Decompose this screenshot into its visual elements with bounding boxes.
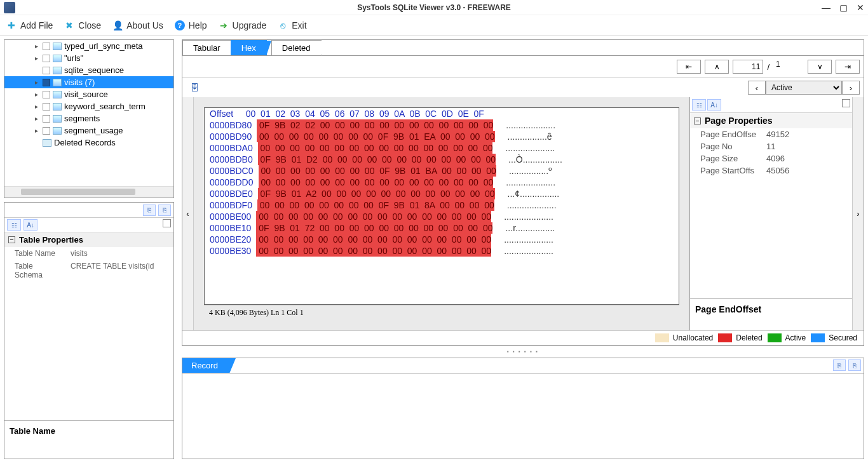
az-sort-button-2[interactable]: A↓	[707, 99, 721, 111]
hex-row[interactable]: 0000BD80 0F 9B 02 02 00 00 00 00 00 00 0…	[205, 119, 679, 131]
status-filter-select[interactable]: Active	[766, 81, 842, 95]
status-legend: UnallocatedDeletedActiveSecured	[182, 330, 864, 346]
hex-row[interactable]: 0000BE10 0F 9B 01 72 00 00 00 00 00 00 0…	[205, 222, 679, 234]
tree-item[interactable]: ▸segment_usage	[4, 124, 173, 137]
filter-next-button[interactable]: ›	[842, 81, 860, 95]
export-icon-2[interactable]: ⎘	[158, 205, 171, 216]
table-icon	[53, 103, 62, 111]
hex-ascii: ....................	[493, 177, 555, 188]
collapse-icon[interactable]	[8, 236, 15, 243]
checkbox[interactable]	[43, 115, 50, 123]
close-button[interactable]: ✖Close	[64, 20, 101, 30]
table-properties-header: Table Properties	[4, 232, 173, 247]
page-property-row[interactable]: Page EndOffse49152	[690, 128, 852, 140]
tree-item[interactable]: ▸typed_url_sync_meta	[4, 40, 173, 52]
export-icon[interactable]: ⎘	[143, 205, 156, 216]
tree-item[interactable]: ▸segments	[4, 112, 173, 124]
tree-item[interactable]: ▸visit_source	[4, 88, 173, 100]
collapse-icon-2[interactable]	[694, 117, 701, 124]
tree-item[interactable]: ▸visits (7)	[4, 76, 173, 88]
checkbox[interactable]	[43, 79, 50, 86]
checkbox[interactable]	[43, 67, 50, 74]
add-file-button[interactable]: ✚Add File	[6, 20, 53, 30]
hex-ascii: ....................	[491, 245, 553, 257]
hex-ascii: ....................	[493, 119, 555, 131]
minimize-button[interactable]: —	[822, 3, 831, 13]
expand-icon[interactable]: ▸	[32, 103, 40, 110]
page-total-label: 1	[773, 60, 804, 74]
tree-item[interactable]: Deleted Records	[4, 137, 173, 149]
hex-row[interactable]: 0000BE00 00 00 00 00 00 00 00 00 00 00 0…	[205, 211, 679, 222]
last-page-button[interactable]: ⇥	[836, 60, 860, 74]
tree-item-label: typed_url_sync_meta	[64, 41, 143, 51]
expand-icon[interactable]: ▸	[32, 55, 40, 62]
exit-button[interactable]: ⎋Exit	[278, 20, 306, 30]
hex-viewer[interactable]: Offset 00 01 02 03 04 05 06 07 08 09 0A …	[204, 107, 679, 305]
table-icon	[53, 55, 62, 62]
hex-status-bar: 4 KB (4,096 Bytes) Ln 1 Col 1	[204, 305, 679, 320]
expand-left-button[interactable]: ‹	[182, 97, 194, 330]
expand-icon[interactable]: ▸	[32, 115, 40, 122]
tree-item[interactable]: ▸"urls"	[4, 52, 173, 64]
tab-deleted[interactable]: Deleted	[271, 40, 322, 55]
maximize-button[interactable]: ▢	[839, 3, 848, 13]
tree-item[interactable]: ▸keyword_search_term	[4, 100, 173, 112]
checkbox[interactable]	[43, 91, 50, 98]
page-property-row[interactable]: Page StartOffs45056	[690, 164, 852, 177]
about-us-button[interactable]: 👤About Us	[112, 20, 163, 30]
page-property-row[interactable]: Page Size4096	[690, 152, 852, 164]
legend-item: Active	[768, 333, 806, 342]
hex-offset: 0000BDD0	[205, 177, 259, 188]
hex-row[interactable]: 0000BDC0 00 00 00 00 00 00 00 00 0F 9B 0…	[205, 165, 679, 177]
horizontal-splitter[interactable]: ▪ ▪ ▪ ▪ ▪ ▪	[182, 349, 864, 355]
expand-icon[interactable]: ▸	[32, 79, 40, 86]
tab-tabular[interactable]: Tabular	[182, 40, 231, 55]
table-property-row[interactable]: Table SchemaCREATE TABLE visits(id	[4, 260, 173, 281]
hex-row[interactable]: 0000BDE0 0F 9B 01 A2 00 00 00 00 00 00 0…	[205, 188, 679, 199]
property-value: 11	[766, 142, 852, 151]
checkbox[interactable]	[43, 43, 50, 50]
help-button[interactable]: ?Help	[175, 20, 207, 30]
hex-row[interactable]: 0000BD90 00 00 00 00 00 00 00 00 0F 9B 0…	[205, 131, 679, 142]
categorized-sort-button-2[interactable]: ☷	[692, 99, 706, 111]
tree-item[interactable]: sqlite_sequence	[4, 64, 173, 76]
table-icon	[53, 115, 62, 123]
tree-horizontal-scrollbar[interactable]	[4, 186, 173, 198]
hex-row[interactable]: 0000BDB0 0F 9B 01 D2 00 00 00 00 00 00 0…	[205, 154, 679, 165]
hex-bytes: 00 00 00 00 00 00 00 00 00 00 00 00 00 0…	[256, 234, 491, 245]
expand-icon[interactable]: ▸	[32, 43, 40, 50]
hex-row[interactable]: 0000BE30 00 00 00 00 00 00 00 00 00 00 0…	[205, 245, 679, 257]
categorized-sort-button[interactable]: ☷	[7, 219, 21, 231]
expand-toggle-icon-2[interactable]	[842, 99, 850, 107]
expand-icon[interactable]: ▸	[32, 127, 40, 134]
checkbox[interactable]	[43, 127, 50, 135]
table-property-row[interactable]: Table Namevisits	[4, 247, 173, 260]
close-window-button[interactable]: ✕	[857, 3, 864, 13]
az-sort-button[interactable]: A↓	[24, 219, 37, 231]
filter-prev-button[interactable]: ‹	[748, 81, 766, 95]
table-properties-description: Table Name	[4, 420, 173, 459]
page-property-row[interactable]: Page No11	[690, 140, 852, 152]
tree-item-label: "urls"	[64, 53, 83, 63]
upgrade-button[interactable]: ➔Upgrade	[219, 20, 267, 30]
tab-record[interactable]: Record	[182, 358, 229, 373]
expand-right-button[interactable]: ›	[852, 97, 864, 330]
tree-item-label: sqlite_sequence	[64, 65, 124, 75]
expand-icon[interactable]: ▸	[32, 91, 40, 98]
hex-row[interactable]: 0000BDA0 00 00 00 00 00 00 00 00 00 00 0…	[205, 142, 679, 154]
record-export-icon-2[interactable]: ⎘	[848, 359, 861, 371]
hex-row[interactable]: 0000BDF0 00 00 00 00 00 00 00 00 0F 9B 0…	[205, 199, 679, 211]
hex-row[interactable]: 0000BDD0 00 00 00 00 00 00 00 00 00 00 0…	[205, 177, 679, 188]
record-export-icon[interactable]: ⎘	[833, 359, 846, 371]
hex-row[interactable]: 0000BE20 00 00 00 00 00 00 00 00 00 00 0…	[205, 234, 679, 245]
checkbox[interactable]	[43, 103, 50, 111]
tab-hex[interactable]: Hex	[231, 40, 267, 55]
tables-tree-panel: ▸typed_url_sync_meta▸"urls"sqlite_sequen…	[4, 39, 174, 198]
first-page-button[interactable]: ⇤	[677, 60, 701, 74]
page-number-input[interactable]	[733, 60, 763, 74]
next-page-button[interactable]: ∨	[808, 60, 832, 74]
checkbox[interactable]	[43, 55, 50, 62]
expand-toggle-icon[interactable]	[163, 219, 171, 227]
prev-page-button[interactable]: ∧	[705, 60, 729, 74]
table-icon	[53, 127, 62, 135]
